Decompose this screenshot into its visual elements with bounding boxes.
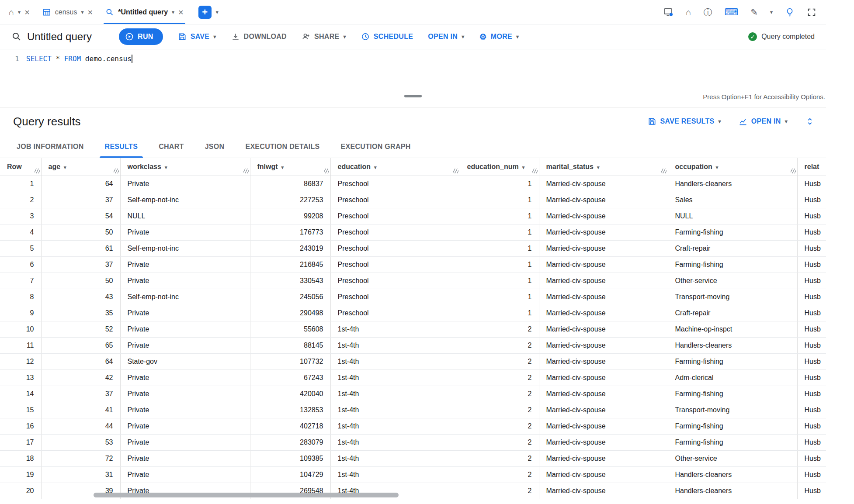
table-row: 1931Private1047291st-4th2Married-civ-spo… [0, 466, 826, 483]
table-cell: 1 [460, 273, 539, 289]
column-header-marital_status[interactable]: marital_status▾ [539, 158, 668, 176]
table-row: 1342Private672431st-4th2Married-civ-spou… [0, 369, 826, 386]
column-menu-icon[interactable]: ▾ [597, 165, 600, 170]
editor-toolbar: Untitled query RUN SAVE ▾ DOWNLOAD SHARE… [0, 24, 826, 49]
devices-badge-icon[interactable] [663, 7, 673, 17]
column-resize-grip[interactable] [453, 169, 458, 173]
column-menu-icon[interactable]: ▾ [165, 165, 167, 170]
table-cell: 109385 [250, 450, 330, 466]
more-button[interactable]: ⚙ MORE ▾ [479, 33, 519, 41]
column-resize-grip[interactable] [532, 169, 538, 173]
info-icon[interactable]: ⓘ [703, 8, 712, 17]
editor-splitter: Press Option+F1 for Accessibility Option… [0, 91, 826, 107]
results-open-in-button[interactable]: OPEN IN ▾ [739, 117, 788, 126]
fullscreen-icon[interactable] [807, 7, 816, 17]
column-header-row[interactable]: Row [0, 158, 41, 176]
save-results-button[interactable]: SAVE RESULTS ▾ [648, 117, 721, 126]
home-icon[interactable]: ⌂ [686, 8, 691, 17]
table-cell: 1st-4th [330, 466, 460, 483]
results-tab-execution-graph[interactable]: EXECUTION GRAPH [330, 135, 421, 158]
tab-home[interactable]: ⌂ ▾ × [3, 0, 36, 24]
chevron-down-icon[interactable]: ▾ [81, 10, 84, 15]
table-cell: 2 [460, 353, 539, 369]
sql-editor[interactable]: 1 SELECT * FROM demo.census [0, 49, 826, 91]
table-cell: Handlers-cleaners [668, 176, 797, 192]
unfold-icon [805, 117, 815, 126]
column-resize-grip[interactable] [35, 169, 40, 173]
table-cell: Husb [797, 273, 826, 289]
schedule-button[interactable]: SCHEDULE [361, 32, 413, 41]
column-header-workclass[interactable]: workclass▾ [120, 158, 250, 176]
person-add-icon [302, 32, 310, 41]
new-tab-chevron-icon[interactable]: ▾ [216, 10, 219, 15]
column-header-education_num[interactable]: education_num▾ [460, 158, 539, 176]
column-resize-grip[interactable] [661, 169, 667, 173]
table-cell: Married-civ-spouse [539, 192, 668, 208]
results-table-container: Rowage▾workclass▾fnlwgt▾education▾educat… [0, 158, 826, 499]
results-tab-results[interactable]: RESULTS [94, 135, 149, 158]
share-button[interactable]: SHARE ▾ [302, 32, 346, 41]
tab-label: *Untitled query [118, 8, 168, 16]
open-in-button[interactable]: OPEN IN ▾ [428, 33, 464, 41]
close-icon[interactable]: × [178, 8, 184, 17]
chevron-down-icon[interactable]: ▾ [770, 10, 773, 15]
home-tab-icon: ⌂ [9, 8, 14, 17]
column-resize-grip[interactable] [324, 169, 329, 173]
column-label: fnlwgt [257, 163, 278, 170]
horizontal-scrollbar-thumb[interactable] [94, 493, 399, 497]
run-button[interactable]: RUN [119, 28, 163, 45]
column-menu-icon[interactable]: ▾ [374, 165, 377, 170]
column-resize-grip[interactable] [114, 169, 119, 173]
chevron-down-icon[interactable]: ▾ [172, 10, 174, 15]
lightbulb-icon[interactable] [785, 7, 795, 17]
column-menu-icon[interactable]: ▾ [64, 165, 66, 170]
save-button[interactable]: SAVE ▾ [178, 32, 216, 41]
column-header-age[interactable]: age▾ [41, 158, 120, 176]
column-header-occupation[interactable]: occupation▾ [668, 158, 797, 176]
keyboard-icon[interactable]: ⌨ [724, 7, 738, 17]
column-header-relat[interactable]: relat [797, 158, 826, 176]
new-tab-button[interactable]: + [198, 6, 212, 19]
save-icon [178, 32, 187, 41]
table-cell: Husb [797, 386, 826, 402]
results-tab-json[interactable]: JSON [194, 135, 235, 158]
column-menu-icon[interactable]: ▾ [522, 165, 525, 170]
magic-edit-icon[interactable]: ✎ [750, 8, 758, 17]
table-cell: Married-civ-spouse [539, 289, 668, 305]
expand-results-button[interactable] [805, 117, 815, 126]
column-resize-grip[interactable] [243, 169, 249, 173]
table-cell: Self-emp-not-inc [120, 240, 250, 256]
table-cell: 132853 [250, 402, 330, 418]
table-cell: 7 [0, 273, 41, 289]
column-header-fnlwgt[interactable]: fnlwgt▾ [250, 158, 330, 176]
table-cell: Husb [797, 434, 826, 450]
table-row: 354NULL99208Preschool1Married-civ-spouse… [0, 208, 826, 224]
chevron-down-icon: ▾ [213, 34, 216, 39]
close-icon[interactable]: × [88, 8, 93, 17]
table-cell: 402718 [250, 418, 330, 434]
table-cell: 1 [460, 289, 539, 305]
table-cell: 53 [41, 434, 120, 450]
table-cell: Handlers-cleaners [668, 483, 797, 499]
table-cell: 64 [41, 176, 120, 192]
resize-handle[interactable] [404, 95, 422, 97]
results-tab-chart[interactable]: CHART [148, 135, 194, 158]
table-cell: 1 [0, 176, 41, 192]
table-cell: Private [120, 337, 250, 353]
column-menu-icon[interactable]: ▾ [281, 165, 284, 170]
download-button[interactable]: DOWNLOAD [231, 32, 287, 41]
column-header-education[interactable]: education▾ [330, 158, 460, 176]
table-cell: Farming-fishing [668, 434, 797, 450]
close-icon[interactable]: × [24, 8, 30, 17]
table-cell: 2 [460, 483, 539, 499]
tab-census[interactable]: census ▾ × [36, 0, 99, 24]
table-cell: 3 [0, 208, 41, 224]
chevron-down-icon[interactable]: ▾ [18, 10, 21, 15]
column-menu-icon[interactable]: ▾ [716, 165, 719, 170]
sql-code-line[interactable]: SELECT * FROM demo.census [26, 54, 132, 91]
table-cell: Married-civ-spouse [539, 402, 668, 418]
tab-untitled-query[interactable]: *Untitled query ▾ × [99, 0, 190, 24]
results-tab-job-information[interactable]: JOB INFORMATION [6, 135, 94, 158]
results-tab-execution-details[interactable]: EXECUTION DETAILS [235, 135, 330, 158]
column-resize-grip[interactable] [791, 169, 796, 173]
